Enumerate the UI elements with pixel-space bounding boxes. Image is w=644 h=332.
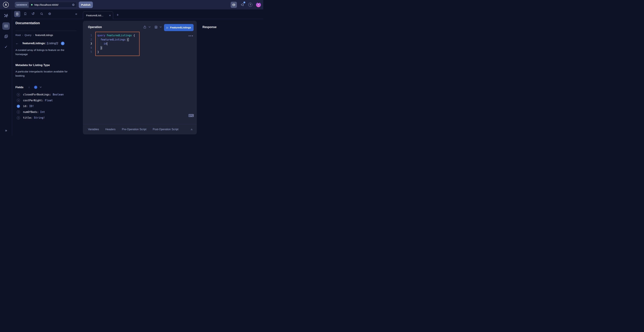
field-name[interactable]: numOfBeds: xyxy=(23,111,38,114)
field-selected-toggle[interactable]: ✓ xyxy=(17,105,20,108)
announcements-button[interactable] xyxy=(240,3,244,7)
code-line: } xyxy=(97,50,135,54)
field-type[interactable]: Float xyxy=(45,99,53,102)
code-token xyxy=(132,34,133,37)
chevron-down-icon xyxy=(148,26,150,28)
sidebar-expand-button[interactable]: » xyxy=(0,128,12,133)
more-options-icon[interactable] xyxy=(189,36,193,36)
expand-panel-button[interactable] xyxy=(190,128,193,131)
divider xyxy=(12,19,263,19)
code-token xyxy=(97,46,100,49)
code-token xyxy=(105,34,107,37)
add-field-button[interactable]: + xyxy=(17,99,20,102)
docs-tab-search[interactable] xyxy=(40,12,44,16)
field-row: +costPerNight:Float xyxy=(16,98,78,104)
bottom-tab-headers[interactable]: Headers xyxy=(106,128,116,131)
field-name[interactable]: title: xyxy=(23,116,32,119)
sidebar-item-checklist[interactable] xyxy=(0,34,12,39)
field-selected-badge[interactable]: ✓ xyxy=(61,42,64,45)
new-tab-button[interactable]: + xyxy=(116,13,120,17)
breadcrumb-item[interactable]: featuredListings xyxy=(35,34,53,37)
operation-panel: Operation ▷ FeaturedListings 12345 query… xyxy=(83,21,197,134)
save-options-chevron[interactable] xyxy=(160,26,162,28)
apollo-logo-letter: A xyxy=(5,3,7,7)
code-token: FeaturedListings xyxy=(107,34,132,37)
bottom-tab-post-operation-script[interactable]: Post-Operation Script xyxy=(153,128,178,131)
share-icon xyxy=(143,25,146,29)
add-field-button[interactable]: + xyxy=(17,110,20,114)
fields-list: +closedForBookings:Boolean+costPerNight:… xyxy=(16,92,78,121)
field-type[interactable]: Boolean xyxy=(53,93,64,96)
sidebar-item-schema[interactable] xyxy=(0,14,12,18)
publish-button[interactable]: Publish xyxy=(79,2,93,8)
play-icon: ▷ xyxy=(166,26,168,29)
sandbox-mode-button[interactable] xyxy=(231,2,237,8)
gear-icon: ⚙ xyxy=(48,12,51,16)
chevron-down-icon[interactable] xyxy=(40,87,42,88)
environment-badge: SANDBOX xyxy=(15,2,29,8)
field-type[interactable]: Int xyxy=(40,111,45,114)
share-options-chevron[interactable] xyxy=(148,26,150,28)
collapse-docs-button[interactable]: « xyxy=(75,12,77,16)
sidebar-item-checks[interactable]: ✓ xyxy=(0,45,12,49)
save-operation-button[interactable] xyxy=(154,25,158,29)
field-type-link[interactable]: [Listing!]! xyxy=(47,42,58,45)
field-name[interactable]: id: xyxy=(23,105,28,108)
graph-schema-icon xyxy=(4,14,8,18)
line-number: 3 xyxy=(88,42,92,46)
field-row: +closedForBookings:Boolean xyxy=(16,92,78,98)
code-lines: query FeaturedListings { featuredListing… xyxy=(97,34,135,54)
code-token xyxy=(126,38,127,41)
code-token: } xyxy=(97,50,99,54)
avatar[interactable]: A xyxy=(256,2,261,7)
breadcrumb-separator: › xyxy=(33,34,34,37)
code-token: } xyxy=(100,46,102,49)
operation-tab-label: FeaturedListi... xyxy=(86,14,104,17)
breadcrumb-item[interactable]: Query xyxy=(24,34,32,37)
field-name[interactable]: closedForBookings: xyxy=(23,93,51,96)
docs-toolbar: ↺ ⚙ « xyxy=(12,10,81,19)
save-icon xyxy=(154,25,158,29)
field-row: +title:String! xyxy=(16,115,78,121)
keyboard-shortcuts-icon[interactable]: ⌨ xyxy=(188,113,194,118)
endpoint-url-input[interactable]: http://localhost:4000/ xyxy=(34,3,72,7)
code-token: { xyxy=(134,34,135,37)
field-title-row: ← featuredListings: [Listing!]! ✓ xyxy=(16,41,64,45)
help-button[interactable]: ? xyxy=(248,3,252,7)
bottom-tab-pre-operation-script[interactable]: Pre-Operation Script xyxy=(122,128,146,131)
field-type[interactable]: ID! xyxy=(29,105,34,108)
docs-tab-bookmarks[interactable] xyxy=(24,12,27,16)
field-name[interactable]: costPerNight: xyxy=(23,99,43,102)
line-number: 4 xyxy=(88,46,92,50)
clipboard-diff-icon xyxy=(4,34,8,39)
run-operation-button[interactable]: ▷ FeaturedListings xyxy=(164,24,194,31)
breadcrumb-item[interactable]: Root xyxy=(16,34,21,37)
field-type[interactable]: String! xyxy=(34,116,45,119)
code-token: query xyxy=(97,34,105,37)
add-field-button[interactable]: + xyxy=(17,116,20,119)
bottom-tab-variables[interactable]: Variables xyxy=(88,128,99,131)
operation-tab[interactable]: FeaturedListi... × xyxy=(83,12,113,19)
code-line: id xyxy=(97,42,135,46)
field-row: +numOfBeds:Int xyxy=(16,109,78,115)
docs-tab-settings[interactable]: ⚙ xyxy=(48,12,51,16)
docs-tab-history[interactable]: ↺ xyxy=(32,12,34,16)
endpoint-settings-icon[interactable]: ⚙ xyxy=(72,3,75,7)
add-field-button[interactable]: + xyxy=(17,93,20,96)
deselect-all-button[interactable]: − xyxy=(34,86,37,89)
back-arrow-icon[interactable]: ← xyxy=(16,42,19,45)
code-token xyxy=(97,38,100,41)
sidebar-item-explorer[interactable] xyxy=(2,22,10,30)
document-icon xyxy=(16,12,19,16)
share-operation-button[interactable] xyxy=(143,25,146,29)
operation-editor[interactable]: query FeaturedListings { featuredListing… xyxy=(95,32,140,56)
type-description: A particular intergalactic location avai… xyxy=(16,70,73,78)
divider xyxy=(16,31,76,31)
sort-arrow-icon[interactable]: ↓ xyxy=(28,86,30,89)
docs-tab-documentation[interactable] xyxy=(14,11,20,17)
apollo-logo-icon[interactable]: A xyxy=(3,2,9,8)
history-icon: ↺ xyxy=(32,12,34,16)
close-tab-icon[interactable]: × xyxy=(109,14,111,17)
breadcrumb-separator: › xyxy=(22,34,23,37)
minus-icon: − xyxy=(35,86,36,89)
